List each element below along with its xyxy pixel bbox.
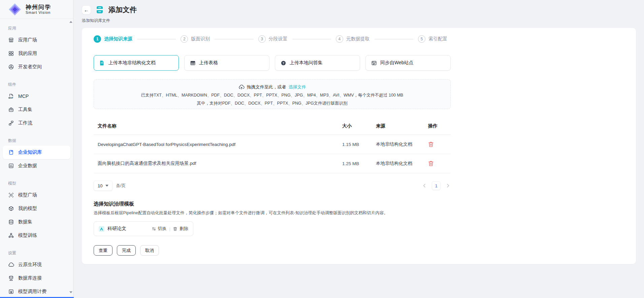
source-tabs: 上传本地非结构化文档 上传表格 ? 上传本地问答集 [94, 55, 451, 71]
workflow-icon [8, 120, 14, 126]
cloud-upload-icon [238, 84, 245, 90]
step-number: 1 [94, 35, 101, 43]
scroll-down-icon[interactable] [69, 291, 73, 294]
file-dropzone[interactable]: 拖拽文件至此，或者 选择文件 已支持TXT、HTML、MARKDOWN、PDF、… [94, 79, 451, 109]
page-header: ← 添加文件 [82, 5, 636, 14]
delete-label: 删除 [180, 226, 188, 232]
next-page-icon[interactable] [445, 183, 451, 188]
form-actions: 查重 完成 取消 [94, 245, 624, 256]
tab-upload-table[interactable]: 上传表格 [184, 55, 269, 71]
sidebar-section-label: 模型 [8, 181, 65, 186]
step-label: 索引配置 [428, 36, 447, 42]
page-subtitle: 添加知识库文件 [82, 18, 636, 24]
tab-sync-from-web[interactable]: 同步自Web站点 [365, 55, 451, 71]
page-size-select[interactable]: 10 [94, 181, 112, 191]
sidebar-item-label: 数据集 [18, 219, 32, 225]
sidebar-item-mcp[interactable]: MCP MCP [3, 89, 70, 103]
tab-upload-unstructured-doc[interactable]: 上传本地非结构化文档 [94, 55, 179, 71]
finish-button[interactable]: 完成 [117, 245, 136, 256]
current-page-button[interactable]: 1 [432, 181, 441, 190]
table-row: 面向脑机接口的高速通信需求及相关应用场景.pdf 1.25 MB 本地非结构化文… [94, 154, 451, 173]
delete-template-button[interactable]: 删除 [173, 226, 188, 232]
sidebar-item-workflow[interactable]: 工作流 [3, 116, 70, 130]
step-connector [137, 39, 176, 39]
prev-page-icon[interactable] [422, 183, 427, 188]
sidebar-item-billing[interactable]: 模型调用计费 [3, 285, 70, 298]
step-layout-recognition: 2 版面识别 [181, 35, 210, 43]
sidebar-item-toolset[interactable]: 工具集 [3, 103, 70, 116]
sidebar-item-label: 模型调用计费 [18, 289, 46, 295]
sidebar-item-label: 模型广场 [18, 192, 37, 198]
sidebar-item-datasets[interactable]: 数据集 [3, 215, 70, 229]
step-select-source: 1 选择知识来源 [94, 35, 132, 43]
step-label: 分段设置 [269, 36, 288, 42]
dropzone-supported-formats: 已支持TXT、HTML、MARKDOWN、PDF、DOC、DOCX、PPT、PP… [94, 92, 450, 98]
tab-label: 上传本地非结构化文档 [108, 60, 156, 66]
chevron-down-icon [105, 185, 108, 187]
sidebar: 神州问学 Smart Vision 应用 应用广场 我的应用 [0, 0, 73, 298]
sidebar-item-db-connection[interactable]: 数据库连接 [3, 271, 70, 285]
back-button[interactable]: ← [82, 5, 91, 14]
billing-icon [8, 289, 14, 295]
file-size: 1.25 MB [342, 161, 376, 166]
sidebar-item-label: 云原生环境 [18, 262, 42, 268]
sidebar-item-app-market[interactable]: 应用广场 [3, 33, 70, 47]
switch-template-button[interactable]: 切换 [152, 226, 167, 232]
sidebar-item-model-market[interactable]: 模型广场 [3, 188, 70, 202]
sidebar-section-label: 组件 [8, 82, 65, 87]
brand-name: 神州问学 [26, 4, 51, 11]
file-name: DevelopingaChatGPT-BasedTool forPhysicsE… [98, 142, 342, 147]
bar-chart-icon [8, 163, 14, 169]
brand-text: 神州问学 Smart Vision [26, 4, 51, 15]
sidebar-item-label: 模型训练 [18, 232, 37, 238]
document-icon [99, 60, 105, 66]
dedupe-button[interactable]: 查重 [94, 245, 112, 256]
sidebar-item-cloud-native[interactable]: 云原生环境 [3, 258, 70, 271]
sidebar-item-my-models[interactable]: 我的模型 [3, 202, 70, 215]
page-size-value: 10 [98, 183, 102, 188]
step-number: 3 [258, 35, 266, 43]
sidebar-nav: 应用 应用广场 我的应用 开发者空间 组件 [0, 19, 73, 298]
sidebar-item-label: 应用广场 [18, 37, 37, 43]
file-name: 面向脑机接口的高速通信需求及相关应用场景.pdf [98, 160, 342, 166]
cancel-button[interactable]: 取消 [140, 245, 159, 256]
file-table: 文件名称 大小 来源 操作 DevelopingaChatGPT-BasedTo… [94, 121, 451, 173]
step-label: 元数据提取 [346, 36, 370, 42]
step-label: 版面识别 [191, 36, 210, 42]
mcp-doc-icon: MCP [8, 93, 14, 99]
cube-icon [8, 206, 14, 212]
sidebar-item-knowledge-base[interactable]: 企业知识库 [3, 146, 70, 159]
page-size-unit: 条/页 [116, 183, 125, 189]
select-file-link[interactable]: 选择文件 [289, 84, 306, 90]
brand-logo-icon [8, 3, 22, 16]
governance-description: 选择模板后根据Pipeline配置自动化批量处理文件，简化操作步骤；如需对单个文… [94, 210, 624, 216]
switch-icon [152, 227, 156, 231]
scroll-up-icon[interactable] [69, 20, 73, 24]
delete-file-icon[interactable] [428, 160, 434, 166]
tab-upload-qa-set[interactable]: ? 上传本地问答集 [275, 55, 360, 71]
col-file-name: 文件名称 [98, 123, 342, 129]
sidebar-item-model-training[interactable]: 模型训练 [3, 229, 70, 242]
pagination: 10 条/页 1 [94, 181, 451, 191]
content-card: 1 选择知识来源 2 版面识别 3 分段设置 4 元数据提取 [82, 28, 636, 264]
step-number: 5 [418, 35, 425, 43]
developer-icon [8, 64, 14, 70]
brand-subtitle: Smart Vision [26, 10, 51, 14]
sidebar-item-my-apps[interactable]: 我的应用 [3, 47, 70, 60]
sidebar-section-label: 设置 [8, 250, 65, 256]
file-size: 1.15 MB [342, 142, 376, 147]
step-number: 2 [181, 35, 188, 43]
step-connector [292, 39, 331, 39]
knowledge-base-icon [8, 149, 14, 155]
model-plaza-icon [8, 192, 14, 198]
switch-label: 切换 [158, 226, 167, 232]
governance-title: 选择知识治理模板 [94, 201, 624, 207]
step-segmentation: 3 分段设置 [258, 35, 288, 43]
sidebar-item-developer-space[interactable]: 开发者空间 [3, 60, 70, 74]
sidebar-item-enterprise-data[interactable]: 企业数据 [3, 159, 70, 173]
col-size: 大小 [342, 123, 376, 129]
sidebar-item-label: 企业数据 [18, 163, 37, 169]
delete-file-icon[interactable] [428, 141, 434, 147]
step-connector [215, 39, 253, 39]
sidebar-item-label: 我的应用 [18, 50, 37, 57]
